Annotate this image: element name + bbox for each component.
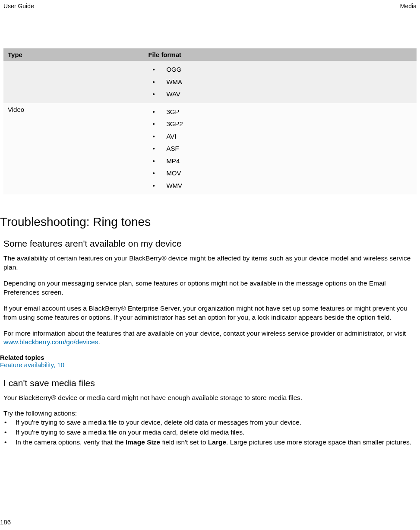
list-item: MP4	[148, 155, 412, 168]
table-cell-formats: 3GP 3GP2 AVI ASF MP4 MOV WMV	[144, 103, 417, 195]
body-paragraph: Depending on your messaging service plan…	[3, 279, 417, 297]
table-header-row: Type File format	[3, 48, 417, 61]
body-paragraph: If your email account uses a BlackBerry®…	[3, 304, 417, 322]
file-format-table: Type File format OGG WMA WAV Video	[3, 48, 417, 194]
related-topics-label: Related topics	[0, 354, 420, 361]
table-header-format: File format	[144, 48, 417, 61]
list-item: ASF	[148, 143, 412, 155]
subsection-heading-media: I can't save media files	[3, 378, 417, 388]
header-right: Media	[400, 3, 417, 10]
text-span: field isn't set to	[160, 438, 208, 446]
table-row: OGG WMA WAV	[3, 61, 417, 103]
devices-link[interactable]: www.blackberry.com/go/devices	[3, 338, 98, 346]
subsection-heading-features: Some features aren't available on my dev…	[3, 238, 417, 249]
actions-list: If you're trying to save a media file to…	[3, 418, 417, 447]
table-header-type: Type	[3, 48, 144, 61]
text-span: . Large pictures use more storage space …	[226, 438, 411, 446]
table-cell-type: Video	[3, 103, 144, 195]
list-item: If you're trying to save a media file on…	[3, 428, 417, 437]
list-item: 3GP	[148, 106, 412, 118]
related-topics-link[interactable]: Feature availability, 10	[0, 361, 420, 368]
list-item: MOV	[148, 167, 412, 180]
page-header: User Guide Media	[0, 0, 420, 10]
list-item: In the camera options, verify that the I…	[3, 438, 417, 447]
text-span: .	[98, 338, 100, 346]
list-item: WAV	[148, 88, 412, 101]
list-item: OGG	[148, 63, 412, 76]
list-item: If you're trying to save a media file to…	[3, 418, 417, 427]
bold-text: Image Size	[126, 438, 160, 446]
text-span: In the camera options, verify that the	[16, 438, 126, 446]
text-span: For more information about the features …	[3, 330, 406, 337]
section-heading-troubleshooting: Troubleshooting: Ring tones	[0, 215, 417, 229]
list-item: 3GP2	[148, 118, 412, 130]
list-item: WMV	[148, 180, 412, 192]
table-row: Video 3GP 3GP2 AVI ASF MP4 MOV WMV	[3, 103, 417, 195]
actions-intro: Try the following actions:	[3, 409, 417, 417]
header-left: User Guide	[3, 3, 34, 10]
body-paragraph: For more information about the features …	[3, 329, 417, 347]
page-number: 186	[0, 518, 11, 526]
body-paragraph: Your BlackBerry® device or media card mi…	[3, 394, 417, 403]
list-item: WMA	[148, 76, 412, 89]
bold-text: Large	[208, 438, 226, 446]
list-item: AVI	[148, 130, 412, 143]
table-cell-formats: OGG WMA WAV	[144, 61, 417, 103]
body-paragraph: The availability of certain features on …	[3, 254, 417, 272]
table-cell-type	[3, 61, 144, 103]
